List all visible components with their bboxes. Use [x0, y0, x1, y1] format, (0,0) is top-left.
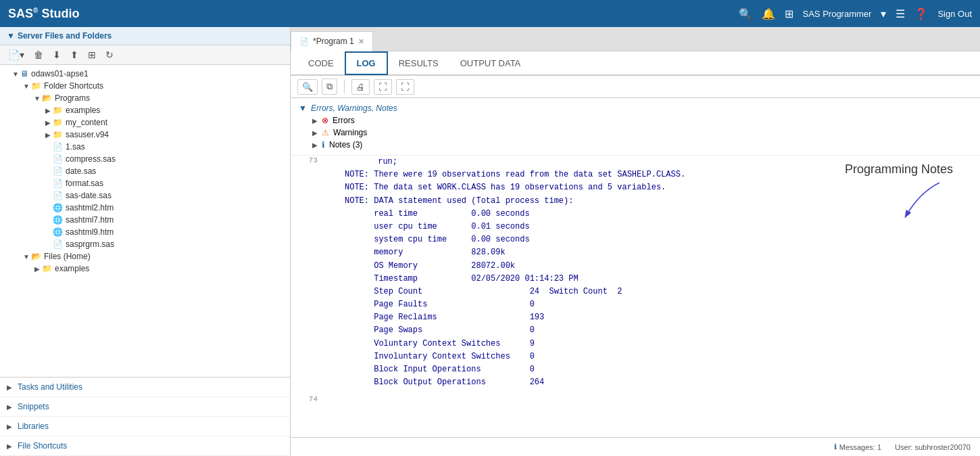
tab-close-button[interactable]: ✕	[358, 37, 364, 46]
tab-output-data[interactable]: OUTPUT DATA	[449, 53, 532, 74]
ewn-errors-item[interactable]: ▶ ⊗ Errors	[299, 114, 972, 127]
date-file-icon: 📄	[53, 166, 63, 176]
filter-log-button[interactable]: ⧉	[322, 78, 337, 95]
apps-icon[interactable]: ⊞	[785, 7, 793, 20]
tasks-arrow-icon: ▶	[7, 384, 12, 391]
sidebar-bottom-section: ▶ Tasks and Utilities ▶ Snippets ▶ Libra…	[0, 377, 290, 456]
tree-item-files-home[interactable]: ▼ 📂 Files (Home)	[0, 250, 290, 263]
programming-notes-annotation: Programming Notes	[845, 162, 953, 220]
refresh-button[interactable]: ↻	[103, 48, 116, 62]
sidebar-section-header[interactable]: ▼ Server Files and Folders	[0, 27, 290, 45]
log-line-text: memory 828.09k	[345, 246, 506, 259]
log-line-text: Involuntary Context Switches 0	[345, 350, 535, 363]
tree-item-sas-date[interactable]: ▶ 📄 sas-date.sas	[0, 189, 290, 202]
sas-date-file-icon: 📄	[53, 191, 63, 200]
toolbar-separator	[344, 80, 345, 93]
log-line: Page Swaps 0	[291, 324, 980, 337]
messages-count: Messages: 1	[839, 443, 881, 451]
user-dropdown[interactable]: SAS Programmer	[803, 9, 872, 19]
log-line-text: NOTE: DATA statement used (Total process…	[345, 195, 573, 208]
log-line: system cpu time 0.00 seconds	[291, 233, 980, 246]
compress-file-icon: 📄	[53, 154, 63, 164]
tree-item-format[interactable]: ▶ 📄 format.sas	[0, 177, 290, 189]
ewn-notes-item[interactable]: ▶ ℹ Notes (3)	[299, 139, 972, 151]
sashtml9-file-icon: 🌐	[53, 227, 63, 237]
tree-item-folder-shortcuts[interactable]: ▼ 📁 Folder Shortcuts	[0, 80, 290, 92]
examples-folder-icon: 📁	[53, 106, 63, 115]
folder-open-icon: 📁	[31, 81, 41, 91]
top-nav: SAS® Studio 🔍 🔔 ⊞ SAS Programmer ▾ ☰ ❓ S…	[0, 0, 980, 27]
download-button[interactable]: ⬇	[50, 48, 64, 62]
fullscreen-button[interactable]: ⛶	[396, 79, 414, 95]
tree-item-examples[interactable]: ▶ 📁 examples	[0, 104, 290, 116]
tree-item-sasprgrm[interactable]: ▶ 📄 sasprgrm.sas	[0, 238, 290, 250]
tree-item-1sas[interactable]: ▶ 📄 1.sas	[0, 141, 290, 153]
log-line: Step Count 24 Switch Count 2	[291, 286, 980, 298]
new-file-button[interactable]: 📄▾	[5, 48, 27, 62]
sashtml7-file-icon: 🌐	[53, 215, 63, 225]
search-icon[interactable]: 🔍	[739, 7, 752, 20]
print-button[interactable]: 🖨	[351, 79, 370, 95]
log-line-text: Timestamp 02/05/2020 01:14:23 PM	[345, 273, 579, 286]
status-user: User: subhroster20070	[895, 443, 971, 451]
tree-item-examples2[interactable]: ▶ 📁 examples	[0, 263, 290, 275]
tab-results[interactable]: RESULTS	[388, 53, 449, 74]
file-shortcuts-arrow-icon: ▶	[7, 442, 12, 450]
tree-item-sashtml9[interactable]: ▶ 🌐 sashtml9.htm	[0, 226, 290, 238]
log-line-text: real time 0.00 seconds	[345, 208, 530, 221]
sign-out-link[interactable]: Sign Out	[937, 9, 972, 19]
code-line-74: 74	[291, 394, 980, 403]
user-dropdown-arrow[interactable]: ▾	[881, 7, 886, 20]
expand-button[interactable]: ⛶	[374, 79, 392, 95]
server-icon: 🖥	[20, 69, 28, 78]
ewn-header[interactable]: ▼ Errors, Warnings, Notes	[299, 102, 972, 114]
sidebar-tree: ▼ 🖥 odaws01-apse1 ▼ 📁 Folder Shortcuts ▼…	[0, 65, 290, 377]
log-line-text: Page Swaps 0	[345, 324, 535, 337]
libraries-label: Libraries	[18, 421, 49, 431]
programming-notes-text: Programming Notes	[845, 162, 953, 177]
notification-icon[interactable]: 🔔	[762, 7, 775, 20]
sidebar-item-libraries[interactable]: ▶ Libraries	[0, 417, 290, 436]
log-line-text: NOTE: There were 19 observations read fr…	[345, 168, 685, 181]
snippets-label: Snippets	[18, 402, 49, 411]
tree-item-odaws01[interactable]: ▼ 🖥 odaws01-apse1	[0, 68, 290, 80]
program1-tab[interactable]: 📄 *Program 1 ✕	[291, 31, 373, 51]
log-line-text: Step Count 24 Switch Count 2	[345, 286, 622, 298]
search-log-button[interactable]: 🔍	[297, 79, 318, 95]
grid-button[interactable]: ⊞	[85, 48, 99, 62]
sub-tab-bar: CODE LOG RESULTS OUTPUT DATA	[291, 51, 980, 76]
tree-item-date[interactable]: ▶ 📄 date.sas	[0, 165, 290, 177]
tree-item-compress[interactable]: ▶ 📄 compress.sas	[0, 153, 290, 165]
menu-icon[interactable]: ☰	[896, 7, 905, 20]
help-icon[interactable]: ❓	[914, 7, 928, 20]
ewn-warnings-item[interactable]: ▶ ⚠ Warnings	[299, 127, 972, 139]
upload-button[interactable]: ⬆	[68, 48, 81, 62]
tree-item-programs[interactable]: ▼ 📂 Programs	[0, 92, 290, 104]
main-layout: ▼ Server Files and Folders 📄▾ 🗑 ⬇ ⬆ ⊞ ↻ …	[0, 27, 980, 456]
log-text-panel: Programming Notes 73 run;	[291, 156, 980, 437]
tab-log[interactable]: LOG	[345, 51, 388, 75]
line-num-74: 74	[291, 394, 324, 403]
error-icon: ⊗	[322, 116, 328, 125]
log-line: OS Memory 28072.00k	[291, 260, 980, 273]
tab-file-icon: 📄	[299, 37, 309, 46]
sidebar-item-snippets[interactable]: ▶ Snippets	[0, 397, 290, 417]
sidebar-toolbar: 📄▾ 🗑 ⬇ ⬆ ⊞ ↻	[0, 45, 290, 65]
log-line-text: Block Input Operations 0	[345, 363, 535, 376]
tree-item-my-content[interactable]: ▶ 📁 my_content	[0, 116, 290, 129]
log-line-text: user cpu time 0.01 seconds	[345, 221, 530, 233]
ewn-notes-label: Notes (3)	[329, 140, 362, 150]
log-line-text: OS Memory 28072.00k	[345, 260, 515, 273]
tree-item-sashtml7[interactable]: ▶ 🌐 sashtml7.htm	[0, 214, 290, 226]
snippets-arrow-icon: ▶	[7, 403, 12, 411]
tab-code[interactable]: CODE	[297, 53, 345, 74]
ewn-header-label: Errors, Warnings, Notes	[311, 104, 397, 113]
line-content-73: run;	[324, 156, 397, 168]
app-title: SAS® Studio	[8, 7, 79, 21]
sidebar-item-tasks-utilities[interactable]: ▶ Tasks and Utilities	[0, 378, 290, 397]
tree-item-sasuser[interactable]: ▶ 📁 sasuser.v94	[0, 129, 290, 141]
tree-item-sashtml2[interactable]: ▶ 🌐 sashtml2.htm	[0, 202, 290, 214]
user-info: User: subhroster20070	[895, 443, 971, 451]
sidebar-item-file-shortcuts[interactable]: ▶ File Shortcuts	[0, 436, 290, 456]
delete-button[interactable]: 🗑	[31, 48, 46, 62]
